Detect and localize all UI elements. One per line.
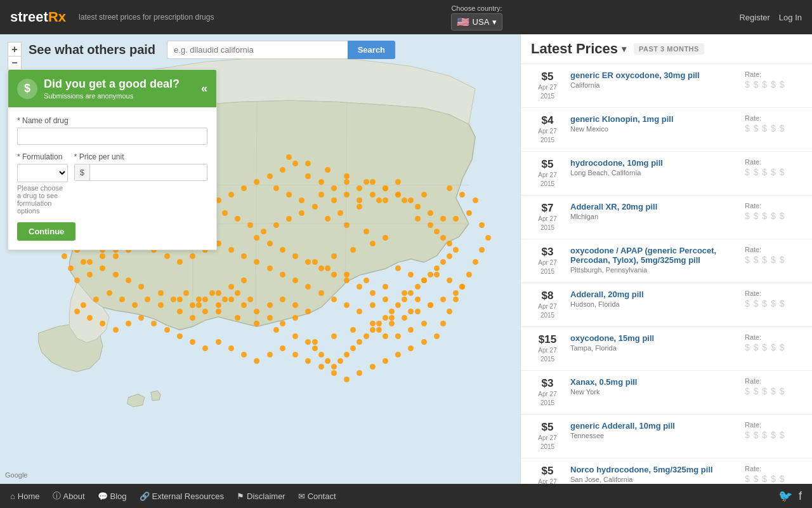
map-data-point[interactable] [280, 345, 285, 351]
rate-stars[interactable]: $ $ $ $ $ [745, 79, 785, 90]
price-list-item[interactable]: $5 Apr 272015 Norco hydrocodone, 5mg/325… [521, 458, 812, 484]
map-data-point[interactable] [145, 297, 150, 302]
map-data-point[interactable] [415, 216, 421, 222]
map-data-point[interactable] [113, 327, 119, 333]
map-data-point[interactable] [68, 265, 74, 271]
map-data-point[interactable] [305, 358, 311, 364]
map-data-point[interactable] [415, 284, 421, 290]
map-data-point[interactable] [383, 297, 388, 302]
map-data-point[interactable] [428, 272, 433, 277]
map-data-point[interactable] [312, 345, 318, 351]
map-data-point[interactable] [447, 309, 452, 314]
map-data-point[interactable] [415, 204, 421, 210]
map-data-point[interactable] [228, 247, 234, 253]
map-data-point[interactable] [370, 321, 376, 326]
zoom-in-button[interactable]: + [8, 42, 22, 56]
footer-about-link[interactable]: ⓘ About [53, 490, 85, 502]
map-data-point[interactable] [331, 185, 337, 191]
map-data-point[interactable] [241, 253, 247, 259]
formulation-select[interactable] [17, 164, 68, 182]
map-data-point[interactable] [286, 192, 292, 197]
rate-stars[interactable]: $ $ $ $ $ [745, 255, 785, 265]
map-data-point[interactable] [337, 358, 343, 364]
register-link[interactable]: Register [739, 13, 769, 22]
map-data-point[interactable] [113, 253, 119, 259]
map-data-point[interactable] [312, 259, 318, 265]
map-data-point[interactable] [292, 253, 298, 259]
map-data-point[interactable] [370, 302, 376, 308]
map-data-point[interactable] [395, 333, 401, 339]
price-list-item[interactable]: $7 Apr 272015 Adderall XR, 20mg pill Mic… [521, 196, 812, 239]
price-drug-name[interactable]: generic Klonopin, 1mg pill [570, 114, 738, 124]
map-data-point[interactable] [376, 327, 382, 333]
map-data-point[interactable] [331, 253, 337, 259]
map-data-point[interactable] [344, 377, 350, 382]
footer-blog-link[interactable]: 💬 Blog [98, 491, 127, 501]
map-data-point[interactable] [93, 297, 99, 302]
search-input[interactable] [167, 41, 348, 59]
map-data-point[interactable] [171, 297, 176, 302]
map-data-point[interactable] [164, 253, 170, 259]
price-list-item[interactable]: $8 Apr 272015 Adderall, 20mg pill Hudson… [521, 283, 812, 327]
map-data-point[interactable] [267, 265, 273, 271]
map-data-point[interactable] [337, 210, 343, 216]
map-data-point[interactable] [216, 309, 221, 314]
map-data-point[interactable] [325, 265, 331, 271]
map-data-point[interactable] [383, 333, 388, 339]
map-data-point[interactable] [344, 352, 350, 358]
map-data-point[interactable] [415, 297, 421, 302]
map-data-point[interactable] [216, 290, 221, 296]
map-data-point[interactable] [292, 315, 298, 321]
map-data-point[interactable] [325, 358, 331, 364]
map-data-point[interactable] [119, 297, 125, 302]
map-data-point[interactable] [434, 272, 440, 277]
map-data-point[interactable] [222, 210, 228, 216]
map-data-point[interactable] [383, 284, 388, 290]
price-list-item[interactable]: $5 Apr 272015 hydrocodone, 10mg pill Lon… [521, 152, 812, 196]
map-data-point[interactable] [453, 297, 459, 302]
login-link[interactable]: Log In [779, 13, 802, 22]
map-data-point[interactable] [331, 272, 337, 277]
map-data-point[interactable] [370, 179, 376, 185]
map-data-point[interactable] [395, 192, 401, 197]
footer-contact-link[interactable]: ✉ Contact [298, 491, 336, 501]
price-list-item[interactable]: $4 Apr 272015 generic Klonopin, 1mg pill… [521, 108, 812, 152]
price-list-item[interactable]: $5 Apr 272015 generic ER oxycodone, 30mg… [521, 64, 812, 108]
map-data-point[interactable] [485, 235, 491, 241]
footer-home-link[interactable]: ⌂ Home [10, 491, 40, 501]
facebook-link[interactable]: f [799, 489, 802, 503]
map-data-point[interactable] [466, 210, 472, 216]
map-data-point[interactable] [62, 253, 67, 259]
map-data-point[interactable] [292, 333, 298, 339]
title-dropdown-arrow[interactable]: ▾ [622, 44, 626, 54]
map-data-point[interactable] [440, 297, 446, 302]
map-data-point[interactable] [318, 352, 324, 358]
price-list-item[interactable]: $3 Apr 272015 Xanax, 0.5mg pill New York… [521, 371, 812, 415]
map-data-point[interactable] [421, 192, 427, 197]
map-data-point[interactable] [363, 229, 369, 234]
map-data-point[interactable] [228, 284, 234, 290]
map-data-point[interactable] [292, 352, 298, 358]
map-data-point[interactable] [254, 235, 259, 241]
price-drug-name[interactable]: hydrocodone, 10mg pill [570, 158, 738, 168]
map-data-point[interactable] [428, 210, 433, 216]
twitter-link[interactable]: 🐦 [778, 489, 792, 503]
map-data-point[interactable] [235, 315, 240, 321]
map-data-point[interactable] [138, 315, 144, 321]
map-data-point[interactable] [389, 315, 395, 321]
map-data-point[interactable] [267, 302, 273, 308]
map-data-point[interactable] [363, 333, 369, 339]
map-data-point[interactable] [440, 235, 446, 241]
map-data-point[interactable] [383, 185, 388, 191]
map-data-point[interactable] [87, 315, 93, 321]
price-drug-name[interactable]: Adderall XR, 20mg pill [570, 202, 738, 211]
map-data-point[interactable] [177, 309, 183, 314]
rate-stars[interactable]: $ $ $ $ $ [745, 386, 785, 396]
price-list-item[interactable]: $3 Apr 272015 oxycodone / APAP (generic … [521, 239, 812, 283]
map-data-point[interactable] [280, 167, 285, 173]
footer-disclaimer-link[interactable]: ⚑ Disclaimer [237, 491, 285, 501]
map-data-point[interactable] [370, 364, 376, 370]
map-data-point[interactable] [261, 229, 266, 234]
map-data-point[interactable] [202, 297, 208, 302]
map-data-point[interactable] [280, 272, 285, 277]
